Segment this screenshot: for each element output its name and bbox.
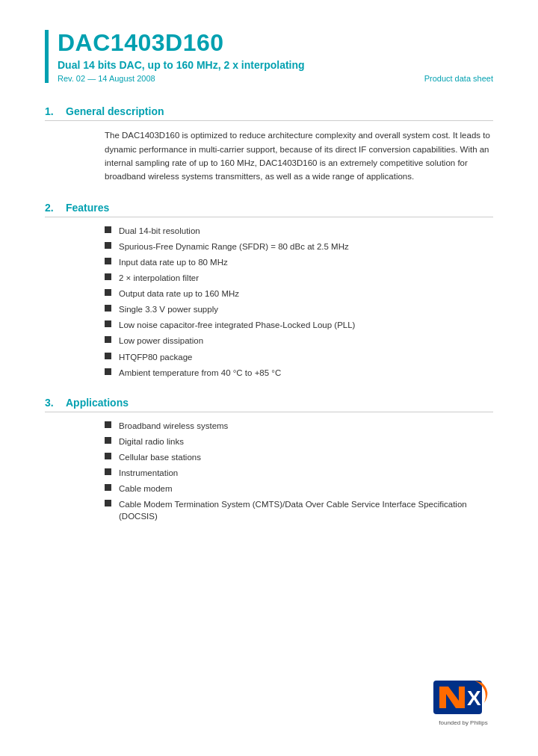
list-item-text: Broadband wireless systems	[119, 420, 228, 432]
list-item-text: Low power dissipation	[119, 335, 203, 347]
section-3-title: Applications	[66, 397, 129, 409]
section-3-header: 3.Applications	[45, 397, 493, 412]
section-1: 1.General descriptionThe DAC1403D160 is …	[45, 105, 493, 184]
list-item-text: Single 3.3 V power supply	[119, 303, 218, 315]
list-item: Cable Modem Termination System (CMTS)/Da…	[105, 498, 493, 522]
section-2-header: 2.Features	[45, 202, 493, 217]
bullet-icon	[105, 421, 111, 428]
list-item: Spurious-Free Dynamic Range (SFDR) = 80 …	[105, 241, 493, 252]
product-data-sheet-label: Product data sheet	[424, 74, 493, 83]
list-item-text: Dual 14-bit resolution	[119, 225, 200, 237]
list-item-text: Ambient temperature from 40 °C to +85 °C	[119, 367, 281, 379]
header-content: DAC1403D160 Dual 14 bits DAC, up to 160 …	[58, 30, 493, 83]
section-3-content: Broadband wireless systemsDigital radio …	[45, 420, 493, 523]
bullet-icon	[105, 320, 111, 327]
bullet-icon	[105, 353, 111, 359]
list-item: Dual 14-bit resolution	[105, 225, 493, 237]
list-item-text: HTQFP80 package	[119, 351, 192, 363]
section-2-content: Dual 14-bit resolutionSpurious-Free Dyna…	[45, 225, 493, 379]
bullet-icon	[105, 484, 111, 491]
list-item-text: Low noise capacitor-free integrated Phas…	[119, 319, 355, 331]
bullet-icon	[105, 500, 111, 506]
list-item-text: Instrumentation	[119, 467, 178, 479]
accent-bar	[45, 30, 49, 83]
list-item-text: Digital radio links	[119, 436, 184, 447]
list-item: Broadband wireless systems	[105, 420, 493, 432]
bullet-icon	[105, 368, 111, 375]
header: DAC1403D160 Dual 14 bits DAC, up to 160 …	[45, 30, 493, 83]
list-item-text: 2 × interpolation filter	[119, 272, 199, 284]
section-2-title: Features	[66, 202, 109, 214]
list-item-text: Input data rate up to 80 MHz	[119, 256, 228, 268]
revision-text: Rev. 02 — 14 August 2008	[58, 74, 155, 83]
section-1-header: 1.General description	[45, 105, 493, 121]
bullet-icon	[105, 258, 111, 264]
list-item-text: Output data rate up to 160 MHz	[119, 288, 239, 300]
section-1-number: 1.	[45, 105, 60, 117]
nxp-logo: X founded by Philips	[433, 677, 493, 726]
list-item: 2 × interpolation filter	[105, 272, 493, 284]
bullet-icon	[105, 226, 111, 233]
bullet-icon	[105, 453, 111, 459]
page: DAC1403D160 Dual 14 bits DAC, up to 160 …	[0, 0, 538, 756]
section-1-title: General description	[66, 105, 164, 117]
list-item: HTQFP80 package	[105, 351, 493, 363]
bullet-icon	[105, 273, 111, 280]
nxp-founded-text: founded by Philips	[439, 719, 487, 726]
list-item-text: Cable Modem Termination System (CMTS)/Da…	[119, 498, 493, 522]
list-item-text: Cable modem	[119, 483, 173, 495]
section-3: 3.ApplicationsBroadband wireless systems…	[45, 397, 493, 523]
section-2: 2.FeaturesDual 14-bit resolutionSpurious…	[45, 202, 493, 379]
section-3-number: 3.	[45, 397, 60, 409]
section-2-list: Dual 14-bit resolutionSpurious-Free Dyna…	[105, 225, 493, 379]
list-item-text: Cellular base stations	[119, 451, 201, 463]
section-1-content: The DAC1403D160 is optimized to reduce a…	[45, 128, 493, 184]
list-item: Input data rate up to 80 MHz	[105, 256, 493, 268]
bullet-icon	[105, 437, 111, 444]
bullet-icon	[105, 242, 111, 249]
list-item: Ambient temperature from 40 °C to +85 °C	[105, 367, 493, 379]
bullet-icon	[105, 336, 111, 343]
list-item: Instrumentation	[105, 467, 493, 479]
nxp-logo-icon: X	[433, 677, 493, 718]
section-1-text: The DAC1403D160 is optimized to reduce a…	[105, 128, 493, 184]
list-item: Cable modem	[105, 483, 493, 495]
bullet-icon	[105, 289, 111, 296]
list-item: Low noise capacitor-free integrated Phas…	[105, 319, 493, 331]
list-item: Cellular base stations	[105, 451, 493, 463]
bullet-icon	[105, 468, 111, 475]
list-item: Output data rate up to 160 MHz	[105, 288, 493, 300]
product-title: DAC1403D160	[58, 30, 493, 56]
list-item: Digital radio links	[105, 436, 493, 447]
product-subtitle: Dual 14 bits DAC, up to 160 MHz, 2 x int…	[58, 59, 493, 71]
header-meta: Rev. 02 — 14 August 2008 Product data sh…	[58, 74, 493, 83]
footer: X founded by Philips	[433, 677, 493, 726]
section-2-number: 2.	[45, 202, 60, 214]
list-item: Low power dissipation	[105, 335, 493, 347]
sections-container: 1.General descriptionThe DAC1403D160 is …	[45, 105, 493, 522]
list-item-text: Spurious-Free Dynamic Range (SFDR) = 80 …	[119, 241, 349, 252]
bullet-icon	[105, 305, 111, 312]
list-item: Single 3.3 V power supply	[105, 303, 493, 315]
svg-text:X: X	[467, 687, 481, 710]
section-3-list: Broadband wireless systemsDigital radio …	[105, 420, 493, 523]
